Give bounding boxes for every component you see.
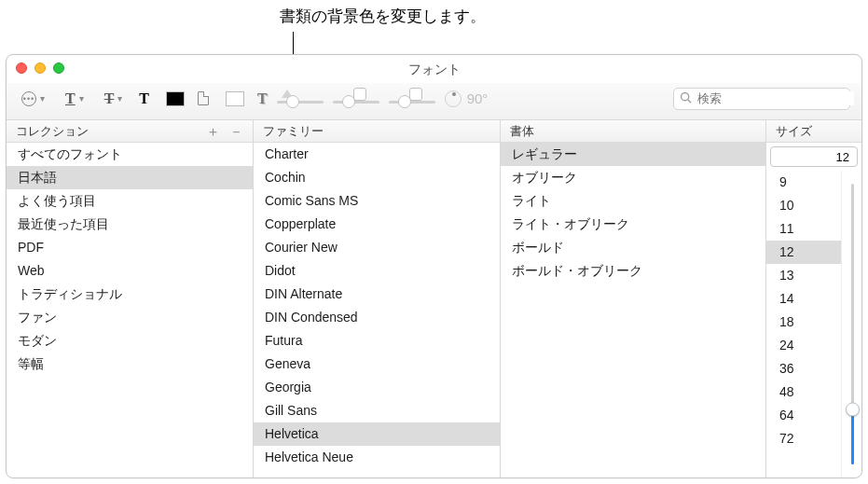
list-item[interactable]: 24: [766, 334, 841, 357]
list-item[interactable]: ボールド・オブリーク: [501, 259, 765, 283]
underline-icon: T: [65, 90, 76, 107]
list-item[interactable]: 14: [766, 287, 841, 311]
search-icon: [680, 90, 692, 107]
list-item[interactable]: モダン: [7, 329, 253, 353]
family-header-label: ファミリー: [263, 120, 324, 143]
list-item[interactable]: Geneva: [254, 353, 500, 376]
list-item[interactable]: 等幅: [7, 353, 253, 376]
shadow-opacity-slider[interactable]: [277, 88, 324, 110]
list-item[interactable]: Cochin: [254, 166, 500, 189]
collection-header-label: コレクション: [16, 120, 89, 143]
list-item[interactable]: 日本語: [7, 166, 253, 189]
collection-list[interactable]: すべてのフォント日本語よく使う項目最近使った項目PDFWebトラディショナルファ…: [7, 143, 253, 477]
list-item[interactable]: Courier New: [254, 236, 500, 259]
list-item[interactable]: 9: [766, 171, 841, 194]
list-item[interactable]: 64: [766, 404, 841, 427]
shadow-controls: T 90°: [257, 88, 488, 110]
window-controls: [16, 62, 64, 74]
list-item[interactable]: Didot: [254, 259, 500, 283]
text-color-icon: T: [139, 90, 149, 107]
list-item[interactable]: 18: [766, 311, 841, 334]
fonts-window: フォント ••• ▾ T ▾ T ▾ T T: [6, 54, 862, 478]
typeface-header-label: 書体: [510, 120, 534, 143]
list-item[interactable]: PDF: [7, 236, 253, 259]
shadow-angle-control[interactable]: 90°: [445, 90, 489, 107]
strikethrough-icon: T: [104, 90, 115, 107]
titlebar: フォント: [7, 55, 861, 83]
size-column: サイズ 91011121314182436486472: [766, 120, 861, 477]
list-item[interactable]: よく使う項目: [7, 189, 253, 213]
list-item[interactable]: 13: [766, 264, 841, 287]
typeface-column: 書体 レギュラーオブリークライトライト・オブリークボールドボールド・オブリーク: [501, 120, 766, 477]
list-item[interactable]: 11: [766, 217, 841, 241]
columns: コレクション ＋ － すべてのフォント日本語よく使う項目最近使った項目PDFWe…: [7, 120, 861, 477]
list-item[interactable]: Futura: [254, 329, 500, 353]
size-slider[interactable]: [841, 171, 861, 477]
document-icon: [198, 91, 209, 105]
list-item[interactable]: 10: [766, 194, 841, 217]
list-item[interactable]: トラディショナル: [7, 283, 253, 306]
underline-menu[interactable]: T ▾: [62, 88, 88, 110]
list-item[interactable]: Charter: [254, 143, 500, 166]
family-header: ファミリー: [254, 120, 500, 143]
angle-dial-icon: [445, 90, 462, 107]
actions-menu[interactable]: ••• ▾: [18, 88, 48, 110]
document-background-color-control[interactable]: [198, 91, 244, 106]
list-item[interactable]: ライト: [501, 189, 765, 213]
ellipsis-icon: •••: [21, 91, 36, 106]
list-item[interactable]: 最近使った項目: [7, 213, 253, 236]
zoom-button[interactable]: [53, 62, 64, 74]
family-list[interactable]: CharterCochinComic Sans MSCopperplateCou…: [254, 143, 500, 477]
list-item[interactable]: ライト・オブリーク: [501, 213, 765, 236]
list-item[interactable]: オブリーク: [501, 166, 765, 189]
list-item[interactable]: すべてのフォント: [7, 143, 253, 166]
list-item[interactable]: Helvetica: [254, 422, 500, 446]
window-title: フォント: [7, 55, 861, 83]
shadow-blur-slider[interactable]: [333, 88, 379, 110]
svg-point-0: [682, 92, 689, 100]
collection-header: コレクション ＋ －: [7, 120, 253, 143]
size-list[interactable]: 91011121314182436486472: [766, 171, 841, 477]
shadow-angle-value: 90°: [467, 90, 489, 106]
list-item[interactable]: 72: [766, 427, 841, 450]
shadow-offset-slider[interactable]: [389, 88, 435, 110]
strikethrough-menu[interactable]: T ▾: [101, 88, 127, 110]
chevron-down-icon: ▾: [40, 93, 45, 104]
collection-column: コレクション ＋ － すべてのフォント日本語よく使う項目最近使った項目PDFWe…: [7, 120, 254, 477]
list-item[interactable]: DIN Condensed: [254, 306, 500, 329]
list-item[interactable]: Georgia: [254, 376, 500, 399]
toolbar: ••• ▾ T ▾ T ▾ T T: [7, 83, 861, 120]
list-item[interactable]: Comic Sans MS: [254, 189, 500, 213]
search-input[interactable]: [697, 91, 854, 105]
list-item[interactable]: Helvetica Neue: [254, 446, 500, 469]
document-bg-swatch[interactable]: [226, 91, 244, 106]
chevron-down-icon: ▾: [117, 93, 122, 104]
list-item[interactable]: レギュラー: [501, 143, 765, 166]
list-item[interactable]: Web: [7, 259, 253, 283]
remove-collection-button[interactable]: －: [229, 120, 243, 143]
shadow-icon: T: [257, 90, 268, 107]
close-button[interactable]: [16, 62, 27, 74]
family-column: ファミリー CharterCochinComic Sans MSCopperpl…: [254, 120, 501, 477]
typeface-list[interactable]: レギュラーオブリークライトライト・オブリークボールドボールド・オブリーク: [501, 143, 765, 477]
search-field[interactable]: [673, 88, 850, 110]
size-header: サイズ: [766, 120, 861, 143]
list-item[interactable]: 12: [766, 241, 841, 264]
list-item[interactable]: DIN Alternate: [254, 283, 500, 306]
chevron-down-icon: ▾: [79, 93, 84, 104]
list-item[interactable]: ボールド: [501, 236, 765, 259]
size-input[interactable]: [770, 146, 858, 167]
list-item[interactable]: 48: [766, 380, 841, 404]
add-collection-button[interactable]: ＋: [206, 120, 220, 143]
text-color-control[interactable]: T: [139, 90, 185, 107]
svg-line-1: [688, 99, 691, 102]
typeface-header: 書体: [501, 120, 765, 143]
list-item[interactable]: ファン: [7, 306, 253, 329]
list-item[interactable]: Gill Sans: [254, 399, 500, 422]
annotation-label: 書類の背景色を変更します。: [280, 6, 486, 27]
list-item[interactable]: Copperplate: [254, 213, 500, 236]
minimize-button[interactable]: [34, 62, 46, 74]
text-color-swatch[interactable]: [166, 91, 185, 106]
size-header-label: サイズ: [776, 120, 812, 143]
list-item[interactable]: 36: [766, 357, 841, 380]
